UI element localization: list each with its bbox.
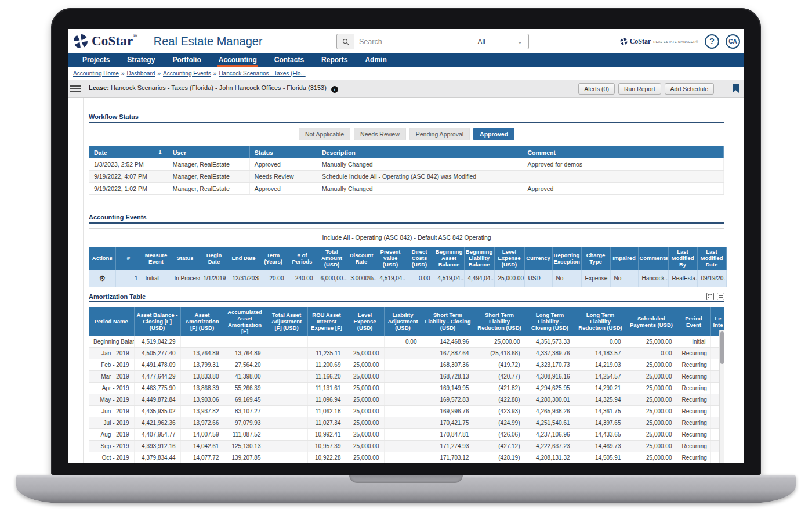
- table-cell: [180, 336, 224, 348]
- amort-column-header[interactable]: Period Event: [677, 307, 710, 336]
- nav-item-accounting[interactable]: Accounting: [210, 53, 266, 67]
- ae-column-header[interactable]: Beginning Asset Balance: [434, 247, 464, 270]
- nav-item-contacts[interactable]: Contacts: [266, 53, 313, 67]
- breadcrumb-accounting-events[interactable]: Accounting Events: [163, 70, 211, 77]
- amort-column-header[interactable]: Long Term Liability - Closing (USD): [525, 307, 575, 336]
- breadcrumb-dashboard[interactable]: Dashboard: [127, 70, 155, 77]
- amort-column-header[interactable]: Asset Amortization [F] (USD): [180, 307, 224, 336]
- table-cell: 0.00: [384, 336, 422, 348]
- col-status[interactable]: Status: [249, 146, 317, 158]
- table-row[interactable]: Sep - 20194,393,912.1614,042.61125,130.1…: [89, 440, 724, 452]
- ae-cell: 4,494,04...: [464, 270, 494, 287]
- table-row[interactable]: Jul - 20194,421,962.3613,972.6697,079.93…: [89, 417, 724, 428]
- amort-column-header[interactable]: Short Term Liability - Closing (USD): [422, 307, 474, 336]
- table-row[interactable]: 9/19/2022, 1:02 PMManager, RealEstateApp…: [89, 183, 724, 195]
- nav-item-portfolio[interactable]: Portfolio: [164, 53, 209, 67]
- amort-column-header[interactable]: Short Term Liability Reduction (USD): [474, 307, 525, 336]
- ae-column-header[interactable]: Present Value (USD): [376, 247, 405, 270]
- ae-column-header[interactable]: Begin Date: [200, 247, 229, 270]
- ae-column-header[interactable]: Charge Type: [581, 247, 610, 270]
- search-box[interactable]: All ⌄: [336, 34, 529, 49]
- ae-column-header[interactable]: Impaired: [610, 247, 638, 270]
- ae-column-header[interactable]: Direct Costs (USD): [405, 247, 434, 270]
- ae-column-header[interactable]: # of Periods: [288, 247, 317, 270]
- nav-item-projects[interactable]: Projects: [74, 53, 118, 67]
- ae-column-header[interactable]: Level Expense (USD): [494, 247, 524, 270]
- col-comment[interactable]: Comment: [523, 146, 724, 158]
- gear-icon[interactable]: ⚙: [89, 270, 115, 287]
- search-scope-select[interactable]: All: [477, 38, 485, 46]
- amort-column-header[interactable]: Period Name: [89, 307, 134, 336]
- ae-column-header[interactable]: Beginning Liability Balance: [464, 247, 494, 270]
- main-nav: Projects Strategy Portfolio Accounting C…: [68, 53, 744, 67]
- info-icon[interactable]: i: [331, 86, 338, 93]
- table-row[interactable]: Oct - 20194,379,834.4414,077.72139,207.8…: [89, 452, 724, 463]
- status-needs-review-button[interactable]: Needs Review: [354, 128, 406, 140]
- search-input[interactable]: [359, 38, 434, 46]
- table-cell: Recurring: [677, 405, 710, 417]
- run-report-button[interactable]: Run Report: [618, 83, 661, 95]
- ae-column-header[interactable]: Total Amount (USD): [317, 247, 347, 270]
- table-cell: 0.00: [626, 347, 677, 359]
- table-row[interactable]: Feb - 20194,491,478.0913,799.3127,564.20…: [89, 359, 724, 370]
- col-description[interactable]: Description: [317, 146, 523, 158]
- ae-column-header[interactable]: Comments: [638, 247, 668, 270]
- table-row[interactable]: Jun - 20194,435,935.0213,937.8283,107.27…: [89, 405, 724, 417]
- col-date[interactable]: Date↓: [89, 146, 168, 158]
- breadcrumb-current[interactable]: Hancock Scenarios - Taxes (Flo...: [219, 70, 305, 77]
- vertical-scrollbar[interactable]: [719, 330, 724, 463]
- ae-column-header[interactable]: Reporting Exception: [552, 247, 581, 270]
- amort-column-header[interactable]: Long Term Liability Reduction (USD): [575, 307, 626, 336]
- table-row[interactable]: Jan - 20194,505,277.4013,764.8913,764.89…: [89, 347, 724, 359]
- add-schedule-button[interactable]: Add Schedule: [665, 83, 714, 95]
- table-row[interactable]: Apr - 20194,463,775.9013,868.3955,266.39…: [89, 382, 724, 394]
- scrollbar-thumb[interactable]: [720, 331, 724, 364]
- table-row[interactable]: Mar - 20194,477,644.2913,833.8041,398.00…: [89, 370, 724, 382]
- ae-cell: 20.00: [259, 270, 288, 287]
- ae-column-header[interactable]: #: [115, 247, 142, 270]
- ae-column-header[interactable]: Discount Rate: [347, 247, 376, 270]
- accounting-event-row[interactable]: ⚙ 1 Initial In Process 1/1/2019 12/31/20…: [89, 270, 726, 287]
- table-cell: 14,397.65: [575, 417, 626, 428]
- table-row[interactable]: Beginning Balance4,519,042.290.00142,468…: [89, 336, 724, 348]
- nav-item-admin[interactable]: Admin: [356, 53, 395, 67]
- amort-column-header[interactable]: Scheduled Payments (USD): [626, 307, 677, 336]
- ae-column-header[interactable]: Actions: [89, 247, 115, 270]
- nav-item-reports[interactable]: Reports: [313, 53, 356, 67]
- amort-header-row: Period NameAsset Balance - Closing [F] (…: [89, 307, 724, 336]
- col-user[interactable]: User: [168, 146, 249, 158]
- status-approved-button[interactable]: Approved: [473, 128, 514, 140]
- table-row[interactable]: 1/3/2023, 2:52 PMManager, RealEstateAppr…: [89, 158, 724, 171]
- table-cell: 14,007.59: [180, 428, 224, 440]
- amort-column-header[interactable]: Total Asset Adjustment [F] (USD): [266, 307, 307, 336]
- amort-column-header[interactable]: Liability Adjustment (USD): [384, 307, 422, 336]
- ae-column-header[interactable]: Term (Years): [259, 247, 288, 270]
- hamburger-icon[interactable]: [70, 85, 81, 92]
- ae-column-header[interactable]: End Date: [229, 247, 259, 270]
- ae-column-header[interactable]: Last Modified By: [668, 247, 697, 270]
- amort-column-header[interactable]: Level Expense (USD): [346, 307, 384, 336]
- help-icon[interactable]: ?: [705, 34, 719, 49]
- chevron-down-icon[interactable]: ⌄: [517, 38, 523, 45]
- ae-column-header[interactable]: Currency: [524, 247, 552, 270]
- alerts-button[interactable]: Alerts (0): [578, 83, 615, 95]
- amort-column-header[interactable]: ROU Asset Interest Expense [F]: [307, 307, 346, 336]
- brand-logo[interactable]: CoStar™: [73, 34, 138, 49]
- table-row[interactable]: 9/19/2022, 4:07 PMManager, RealEstateNee…: [89, 171, 724, 183]
- nav-item-strategy[interactable]: Strategy: [118, 53, 164, 67]
- status-not-applicable-button[interactable]: Not Applicable: [299, 128, 350, 140]
- table-row[interactable]: May - 20194,449,872.8413,903.0669,169.45…: [89, 394, 724, 405]
- ae-column-header[interactable]: Measure Event: [142, 247, 171, 270]
- ae-column-header[interactable]: Status: [171, 247, 200, 270]
- amort-column-header[interactable]: Accumulated Asset Amortization [F]: [224, 307, 266, 336]
- table-row[interactable]: Aug - 20194,407,954.7714,007.59111,087.5…: [89, 428, 724, 440]
- export-icon[interactable]: [706, 293, 714, 300]
- ae-column-header[interactable]: Last Modified Date: [697, 247, 726, 270]
- bookmark-icon[interactable]: [733, 84, 739, 93]
- avatar[interactable]: CA: [726, 34, 740, 49]
- copy-grid-icon[interactable]: [717, 293, 724, 300]
- status-pending-approval-button[interactable]: Pending Approval: [409, 128, 470, 140]
- breadcrumb-accounting-home[interactable]: Accounting Home: [73, 70, 119, 77]
- amort-column-header[interactable]: Asset Balance - Closing [F] (USD): [134, 307, 180, 336]
- accounting-events-card: Include All - Operating (ASC 842) - Defa…: [89, 228, 724, 287]
